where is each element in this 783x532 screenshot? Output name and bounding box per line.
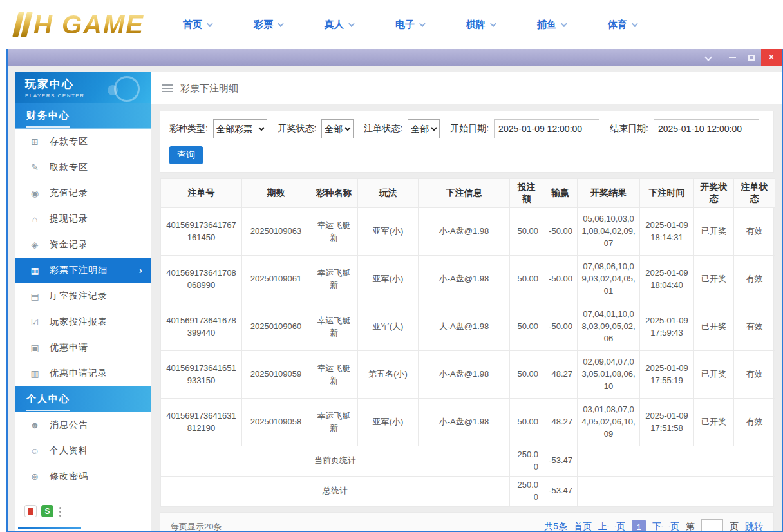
summary-label: 当前页统计 <box>161 446 510 477</box>
cell-lottery-name: 幸运飞艇新 <box>310 303 358 351</box>
sidebar-item-announcements[interactable]: ☻ 消息公告 <box>15 412 151 438</box>
sidebar-item-label: 修改密码 <box>50 471 88 482</box>
summary-empty <box>578 446 775 477</box>
cell-bet-amount: 50.00 <box>510 208 543 256</box>
sidebar-item-promo-apply-record[interactable]: ▥ 优惠申请记录 <box>15 361 151 386</box>
col-lottery-name: 彩种名称 <box>310 179 358 208</box>
search-button[interactable]: 查询 <box>169 146 203 164</box>
nav-label: 首页 <box>183 19 202 31</box>
cell-period: 20250109063 <box>242 208 310 256</box>
cell-bet-time: 2025-01-09 18:04:40 <box>640 256 694 303</box>
sidebar-item-label: 提现记录 <box>50 213 88 225</box>
col-bet-amount: 投注额 <box>510 179 543 208</box>
table-row: 401569173641631812190 20250109058 幸运飞艇新 … <box>161 399 775 446</box>
window-titlebar: × <box>8 49 782 66</box>
nav-item-lottery[interactable]: 彩票 <box>254 19 282 31</box>
summary-win-loss: -53.47 <box>543 446 578 477</box>
sidebar-item-lottery-bet-detail[interactable]: ▦ 彩票下注明细 › <box>15 258 151 283</box>
section-title: 个人中心 <box>26 393 70 411</box>
cell-bet-info: 小-A盘@1.98 <box>419 208 510 256</box>
cell-draw-status: 已开奖 <box>694 399 734 446</box>
lottery-type-select[interactable]: 全部彩票 <box>213 119 268 138</box>
lottery-bet-detail-icon: ▦ <box>29 265 41 276</box>
nav-item-slots[interactable]: 电子 <box>395 19 424 31</box>
sidebar-item-promo-apply[interactable]: ▣ 优惠申请 <box>15 335 151 361</box>
nav-item-fishing[interactable]: 捕鱼 <box>537 19 565 31</box>
cell-win-loss: -50.00 <box>543 256 578 303</box>
nav-item-live[interactable]: 真人 <box>325 19 353 31</box>
end-date-input[interactable] <box>654 119 759 138</box>
first-page-link[interactable]: 首页 <box>574 521 592 531</box>
nav-item-sports[interactable]: 体育 <box>608 19 636 31</box>
withdrawal-record-icon: ⌂ <box>29 214 41 224</box>
jump-page-input[interactable] <box>701 519 723 531</box>
chevron-down-icon <box>278 21 284 27</box>
logo-mark-icon <box>12 12 32 37</box>
nav-item-cards[interactable]: 棋牌 <box>466 19 495 31</box>
cell-bet-info: 大-A盘@1.98 <box>419 303 510 351</box>
close-button[interactable]: × <box>761 49 782 66</box>
sidebar-item-recharge-record[interactable]: ◉ 充值记录 <box>15 180 151 206</box>
sidebar-subtitle: PLAYERS CENTER <box>25 93 151 99</box>
sidebar-item-room-bet-record[interactable]: ▤ 厅室投注记录 <box>15 283 151 309</box>
cell-lottery-name: 幸运飞艇新 <box>310 351 358 399</box>
maximize-icon <box>748 55 755 61</box>
cell-bet-amount: 50.00 <box>510 256 543 303</box>
cell-win-loss: 48.27 <box>543 399 578 446</box>
sidebar-item-withdraw[interactable]: ✎ 取款专区 <box>15 155 151 180</box>
chevron-down-icon[interactable] <box>704 53 712 61</box>
bets-table: 注单号 期数 彩种名称 玩法 下注信息 投注额 输赢 开奖结果 下注时间 开奖状… <box>160 178 775 506</box>
col-bet-id: 注单号 <box>161 179 242 208</box>
sidebar-item-funds-record[interactable]: ◈ 资金记录 <box>15 232 151 258</box>
funds-record-icon: ◈ <box>29 240 41 250</box>
bet-status-select[interactable]: 全部 <box>408 119 440 138</box>
cell-draw-result: 07,04,01,10,08,03,09,05,02,06 <box>578 303 640 351</box>
prev-page-link[interactable]: 上一页 <box>598 521 625 531</box>
next-page-link[interactable]: 下一页 <box>652 521 679 531</box>
withdraw-icon: ✎ <box>29 162 41 173</box>
col-bet-status: 注单状态 <box>734 179 775 208</box>
sidebar-item-player-bet-report[interactable]: ☑ 玩家投注报表 <box>15 309 151 335</box>
chevron-down-icon <box>419 21 426 27</box>
ime-menu-dots-icon[interactable] <box>58 506 63 517</box>
draw-status-select[interactable]: 全部 <box>321 119 354 138</box>
current-page-badge[interactable]: 1 <box>632 520 646 531</box>
sidebar-item-change-password[interactable]: ⊛ 修改密码 <box>15 464 151 489</box>
jump-go-link[interactable]: 跳转 <box>745 521 763 531</box>
cell-draw-status: 已开奖 <box>694 256 734 303</box>
top-brand-bar: H GAME 首页 彩票 真人 电子 棋牌 捕鱼 体育 <box>0 0 783 49</box>
nav-item-home[interactable]: 首页 <box>183 19 211 31</box>
menu-toggle-icon[interactable] <box>162 84 173 92</box>
cell-bet-info: 小-A盘@1.98 <box>419 351 510 399</box>
section-finance-center: 财务中心 <box>15 103 151 129</box>
sidebar-item-profile[interactable]: ☺ 个人资料 <box>15 438 151 464</box>
nav-label: 彩票 <box>254 19 273 31</box>
page-header-bar: 彩票下注明细 <box>151 72 782 104</box>
col-draw-result: 开奖结果 <box>578 179 640 208</box>
sidebar-item-label: 充值记录 <box>50 187 88 199</box>
ime-sogou-icon[interactable]: S <box>41 505 53 517</box>
bets-table-card: 注单号 期数 彩种名称 玩法 下注信息 投注额 输赢 开奖结果 下注时间 开奖状… <box>160 178 774 507</box>
cell-bet-status: 有效 <box>734 256 775 303</box>
start-date-input[interactable] <box>494 119 599 138</box>
sidebar-item-label: 优惠申请记录 <box>50 368 108 379</box>
cell-draw-result: 03,01,08,07,04,05,02,06,10,09 <box>578 399 640 446</box>
cell-bet-id: 401569173641708068990 <box>161 256 242 303</box>
chevron-down-icon <box>348 21 355 27</box>
minimize-button[interactable] <box>722 49 742 66</box>
sidebar-item-withdrawal-record[interactable]: ⌂ 提现记录 <box>15 206 151 232</box>
cell-play: 亚军(小) <box>358 256 419 303</box>
start-date-label: 开始日期: <box>450 123 489 135</box>
col-bet-info: 下注信息 <box>419 179 510 208</box>
maximize-button[interactable] <box>742 49 761 66</box>
content-area: 彩种类型: 全部彩票 开奖状态: 全部 注单状态: 全部 开始日期: <box>151 104 782 531</box>
filter-panel: 彩种类型: 全部彩票 开奖状态: 全部 注单状态: 全部 开始日期: <box>160 111 774 173</box>
sidebar-title: 玩家中心 <box>25 77 151 91</box>
cell-period: 20250109061 <box>242 256 310 303</box>
col-period: 期数 <box>242 179 310 208</box>
ime-handwriting-icon[interactable] <box>24 505 37 517</box>
table-row: 401569173641767161450 20250109063 幸运飞艇新 … <box>161 208 775 256</box>
sidebar-item-deposit[interactable]: ⊞ 存款专区 <box>15 129 151 155</box>
sidebar-item-label: 消息公告 <box>50 419 88 431</box>
cell-bet-status: 有效 <box>734 208 775 256</box>
